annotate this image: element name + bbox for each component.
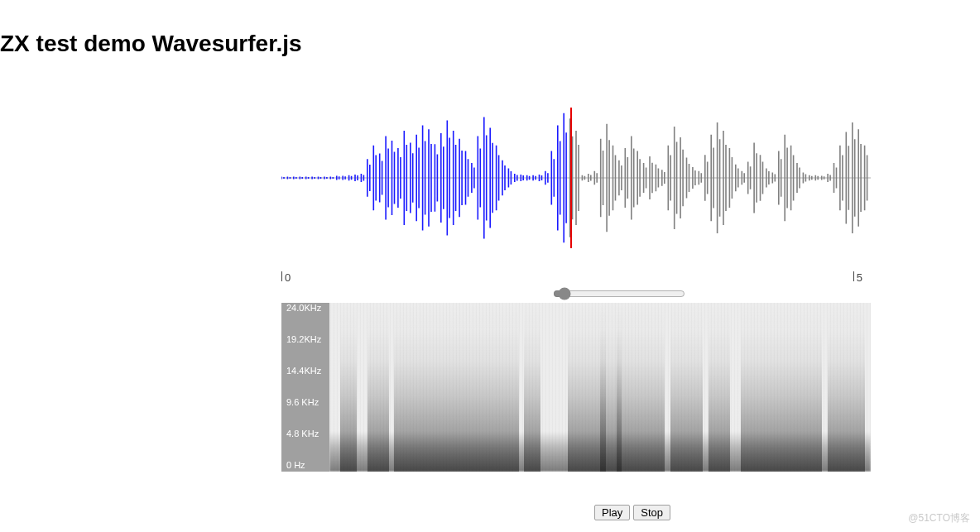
spectrogram-band [741, 303, 768, 472]
timeline-tick [281, 271, 282, 281]
spectrogram-display[interactable]: 24.0KHz19.2KHz14.4KHz9.6 KHz4.8 KHz0 Hz [281, 303, 871, 472]
frequency-label: 4.8 KHz [286, 429, 319, 439]
spectrogram-body [329, 303, 871, 472]
frequency-label: 9.6 KHz [286, 397, 319, 407]
frequency-label: 0 Hz [286, 460, 305, 470]
play-button[interactable]: Play [594, 505, 630, 520]
frequency-axis: 24.0KHz19.2KHz14.4KHz9.6 KHz4.8 KHz0 Hz [281, 303, 329, 472]
spectrogram-band [368, 303, 389, 472]
stop-button[interactable]: Stop [633, 505, 670, 520]
watermark-text: @51CTO博客 [908, 511, 970, 525]
frequency-label: 19.2KHz [286, 334, 321, 344]
frequency-label: 14.4KHz [286, 366, 321, 376]
frequency-label: 24.0KHz [286, 303, 321, 313]
zoom-slider-wrap [551, 285, 684, 304]
page-title: ZX test demo Wavesurfer.js [0, 31, 302, 57]
spectrogram-band [340, 303, 357, 472]
waveform-svg [281, 108, 871, 248]
spectrogram-band [470, 303, 497, 472]
timeline-label: 0 [285, 271, 291, 284]
spectrogram-band [394, 303, 421, 472]
playback-controls: Play Stop [594, 505, 670, 520]
timeline-label: 5 [857, 271, 862, 284]
waveform-display[interactable] [281, 108, 871, 248]
spectrogram-band [497, 303, 519, 472]
spectrogram-band [643, 303, 665, 472]
spectrogram-band [438, 303, 470, 472]
zoom-slider[interactable] [553, 287, 685, 300]
spectrogram-band [617, 303, 644, 472]
spectrogram-band [709, 303, 730, 472]
spectrogram-band [524, 303, 540, 472]
spectrogram-band [849, 303, 866, 472]
playhead-cursor[interactable] [570, 108, 572, 248]
spectrogram-band [828, 303, 849, 472]
spectrogram-band [670, 303, 703, 472]
spectrogram-band [790, 303, 822, 472]
spectrogram-band [768, 303, 790, 472]
timeline-tick [853, 271, 854, 281]
spectrogram-band [421, 303, 438, 472]
